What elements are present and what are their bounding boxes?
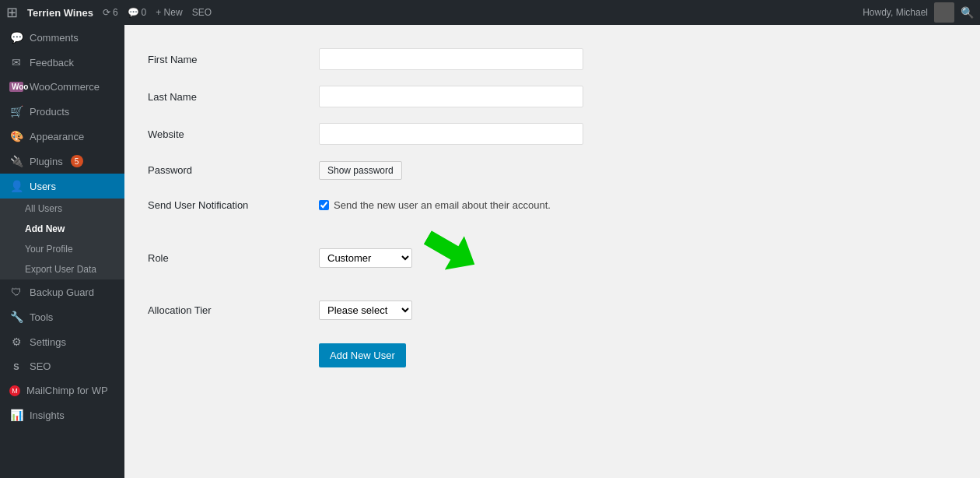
insights-icon: 📊 (9, 409, 23, 421)
last-name-label: Last Name (148, 91, 197, 103)
sidebar-item-label: Backup Guard (30, 286, 94, 298)
plugins-badge: 5 (71, 155, 83, 167)
appearance-icon: 🎨 (9, 130, 23, 142)
comments-item[interactable]: 💬 0 (128, 7, 147, 18)
products-icon: 🛒 (9, 105, 23, 118)
settings-icon: ⚙ (9, 336, 23, 348)
role-row: Role Subscriber Customer Contributor Aut… (148, 223, 957, 293)
feedback-icon: ✉ (9, 56, 23, 69)
notification-label: Send User Notification (148, 199, 248, 211)
notification-row: Send User Notification Send the new user… (148, 188, 957, 223)
search-icon[interactable]: 🔍 (961, 6, 974, 19)
website-row: Website (148, 115, 957, 153)
sidebar-item-products[interactable]: 🛒 Products (0, 99, 124, 124)
password-row: Password Show password (148, 153, 957, 188)
main-content: First Name Last Name Website (124, 25, 980, 478)
comments-icon: 💬 (128, 7, 139, 18)
role-label: Role (148, 252, 169, 264)
submenu-add-new[interactable]: Add New (0, 219, 124, 239)
submit-row: Add New User (148, 328, 957, 375)
password-label: Password (148, 164, 192, 176)
sidebar-item-appearance[interactable]: 🎨 Appearance (0, 124, 124, 149)
role-select[interactable]: Subscriber Customer Contributor Author E… (319, 248, 412, 268)
sidebar-item-label: Plugins (30, 156, 63, 167)
plugins-icon: 🔌 (9, 155, 23, 167)
sidebar-item-settings[interactable]: ⚙ Settings (0, 329, 124, 354)
notification-checkbox-row: Send the new user an email about their a… (319, 199, 957, 211)
show-password-button[interactable]: Show password (319, 161, 402, 180)
last-name-row: Last Name (148, 78, 957, 115)
submenu-all-users[interactable]: All Users (0, 199, 124, 219)
sidebar-item-label: Comments (30, 32, 79, 44)
notification-text: Send the new user an email about their a… (334, 199, 551, 211)
new-button[interactable]: + New (156, 7, 182, 18)
first-name-label: First Name (148, 54, 198, 65)
allocation-tier-label: Allocation Tier (148, 304, 212, 316)
sidebar-item-feedback[interactable]: ✉ Feedback (0, 50, 124, 75)
add-new-user-button[interactable]: Add New User (319, 343, 406, 367)
sidebar-item-mailchimp[interactable]: M MailChimp for WP (0, 378, 124, 402)
sidebar-item-label: Feedback (30, 57, 74, 69)
howdy-text: Howdy, Michael (863, 7, 928, 18)
comments-icon: 💬 (9, 31, 23, 44)
comments-count: 0 (142, 7, 147, 18)
updates-count: 6 (113, 7, 118, 18)
updates-icon: ⟳ (103, 7, 110, 18)
role-cell: Subscriber Customer Contributor Author E… (319, 230, 957, 285)
sidebar: 💬 Comments ✉ Feedback Woo WooCommerce 🛒 … (0, 25, 124, 478)
submenu-your-profile[interactable]: Your Profile (0, 239, 124, 259)
first-name-row: First Name (148, 40, 957, 78)
seo-icon: S (9, 362, 23, 371)
sidebar-item-label: Appearance (30, 131, 84, 142)
submenu-export-user-data[interactable]: Export User Data (0, 259, 124, 279)
green-arrow-icon (410, 220, 485, 295)
sidebar-item-label: SEO (30, 360, 51, 372)
sidebar-item-seo[interactable]: S SEO (0, 354, 124, 378)
admin-bar-right: Howdy, Michael 🔍 (863, 2, 974, 23)
allocation-tier-row: Allocation Tier Please select Tier 1 Tie… (148, 293, 957, 328)
users-submenu: All Users Add New Your Profile Export Us… (0, 199, 124, 279)
sidebar-item-backup-guard[interactable]: 🛡 Backup Guard (0, 279, 124, 304)
svg-marker-0 (418, 220, 485, 281)
users-icon: 👤 (9, 180, 23, 192)
mailchimp-icon: M (9, 385, 20, 396)
first-name-input[interactable] (319, 48, 583, 70)
wp-logo-icon: ⊞ (6, 4, 18, 21)
woocommerce-icon: Woo (9, 82, 23, 92)
tools-icon: 🔧 (9, 311, 23, 323)
site-name[interactable]: Terrien Wines (27, 7, 93, 19)
website-input[interactable] (319, 123, 583, 145)
sidebar-item-woocommerce[interactable]: Woo WooCommerce (0, 75, 124, 99)
sidebar-item-insights[interactable]: 📊 Insights (0, 402, 124, 427)
sidebar-item-label: Users (30, 181, 56, 192)
last-name-input[interactable] (319, 86, 583, 107)
sidebar-item-label: WooCommerce (30, 81, 100, 93)
sidebar-item-label: Tools (30, 311, 53, 323)
website-label: Website (148, 128, 184, 140)
allocation-tier-select[interactable]: Please select Tier 1 Tier 2 Tier 3 (319, 301, 412, 320)
sidebar-item-label: Settings (30, 336, 66, 348)
sidebar-item-label: Insights (30, 409, 65, 421)
sidebar-item-label: MailChimp for WP (26, 385, 108, 396)
sidebar-item-plugins[interactable]: 🔌 Plugins 5 (0, 149, 124, 174)
avatar[interactable] (934, 2, 954, 23)
add-user-form: First Name Last Name Website (148, 40, 957, 375)
sidebar-item-tools[interactable]: 🔧 Tools (0, 304, 124, 329)
seo-button[interactable]: SEO (192, 7, 212, 18)
sidebar-item-users[interactable]: 👤 Users (0, 174, 124, 199)
backup-guard-icon: 🛡 (9, 286, 23, 298)
send-notification-checkbox[interactable] (319, 200, 329, 210)
admin-bar: ⊞ Terrien Wines ⟳ 6 💬 0 + New SEO Howdy,… (0, 0, 980, 25)
sidebar-item-comments[interactable]: 💬 Comments (0, 25, 124, 50)
updates-item[interactable]: ⟳ 6 (103, 7, 118, 18)
sidebar-item-label: Products (30, 106, 69, 118)
